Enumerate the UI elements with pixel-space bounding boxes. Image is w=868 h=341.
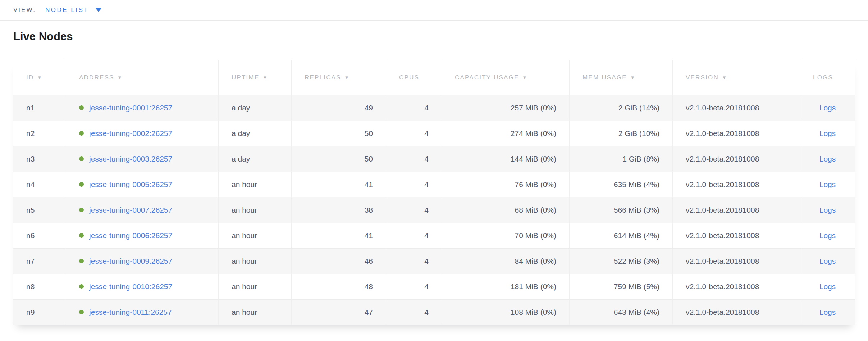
node-capacity-usage-cell: 274 MiB (0%) (442, 121, 570, 146)
node-live-status-icon (79, 284, 84, 289)
node-version-cell: v2.1.0-beta.20181008 (673, 249, 800, 274)
column-header-version[interactable]: VERSION▼ (673, 60, 800, 95)
node-cpus-cell: 4 (386, 121, 442, 146)
node-address-link[interactable]: jesse-tuning-0003:26257 (89, 155, 172, 163)
node-capacity-usage-cell: 76 MiB (0%) (442, 172, 570, 197)
node-logs-cell: Logs (800, 172, 855, 197)
node-cpus-cell: 4 (386, 172, 442, 197)
node-logs-link[interactable]: Logs (819, 206, 836, 214)
chevron-down-icon (95, 8, 102, 12)
node-address-link[interactable]: jesse-tuning-0006:26257 (89, 231, 172, 240)
node-logs-link[interactable]: Logs (819, 257, 836, 265)
node-logs-link[interactable]: Logs (819, 180, 836, 188)
table-row: n9 jesse-tuning-0011:26257 an hour 47 4 … (13, 300, 855, 325)
node-mem-usage-cell: 522 MiB (3%) (570, 249, 673, 274)
node-logs-link[interactable]: Logs (819, 129, 836, 137)
node-replicas-cell: 47 (292, 300, 386, 325)
table-row: n4 jesse-tuning-0005:26257 an hour 41 4 … (13, 172, 855, 197)
sort-desc-icon: ▼ (344, 75, 350, 80)
node-uptime-cell: an hour (219, 197, 292, 223)
node-replicas-cell: 49 (292, 95, 386, 121)
node-address-cell: jesse-tuning-0003:26257 (66, 146, 219, 172)
node-id-cell: n5 (13, 197, 66, 223)
node-address-link[interactable]: jesse-tuning-0001:26257 (89, 104, 172, 112)
node-logs-cell: Logs (800, 274, 855, 300)
node-capacity-usage-cell: 108 MiB (0%) (442, 300, 570, 325)
view-bar: VIEW: NODE LIST (0, 0, 868, 21)
node-id-cell: n4 (13, 172, 66, 197)
node-live-status-icon (79, 131, 84, 136)
node-version-cell: v2.1.0-beta.20181008 (673, 300, 800, 325)
column-header-capacity-usage[interactable]: CAPACITY USAGE▼ (442, 60, 570, 95)
node-logs-link[interactable]: Logs (819, 104, 836, 112)
node-version-cell: v2.1.0-beta.20181008 (673, 274, 800, 300)
node-address-cell: jesse-tuning-0006:26257 (66, 223, 219, 249)
node-logs-link[interactable]: Logs (819, 282, 836, 291)
column-header-mem-usage[interactable]: MEM USAGE▼ (570, 60, 673, 95)
node-cpus-cell: 4 (386, 95, 442, 121)
node-address-cell: jesse-tuning-0001:26257 (66, 95, 219, 121)
node-replicas-cell: 50 (292, 121, 386, 146)
node-capacity-usage-cell: 144 MiB (0%) (442, 146, 570, 172)
node-logs-link[interactable]: Logs (819, 231, 836, 240)
node-address-link[interactable]: jesse-tuning-0011:26257 (89, 308, 172, 316)
node-logs-cell: Logs (800, 249, 855, 274)
node-cpus-cell: 4 (386, 249, 442, 274)
node-version-cell: v2.1.0-beta.20181008 (673, 223, 800, 249)
column-header-id[interactable]: ID▼ (13, 60, 66, 95)
node-replicas-cell: 41 (292, 172, 386, 197)
sort-desc-icon: ▼ (722, 75, 727, 80)
node-address-cell: jesse-tuning-0005:26257 (66, 172, 219, 197)
node-uptime-cell: a day (219, 95, 292, 121)
node-mem-usage-cell: 1 GiB (8%) (570, 146, 673, 172)
column-header-address[interactable]: ADDRESS▼ (66, 60, 219, 95)
table-row: n1 jesse-tuning-0001:26257 a day 49 4 25… (13, 95, 855, 121)
node-logs-link[interactable]: Logs (819, 155, 836, 163)
page-title: Live Nodes (13, 30, 868, 43)
column-header-replicas[interactable]: REPLICAS▼ (292, 60, 386, 95)
node-id-cell: n9 (13, 300, 66, 325)
node-address-cell: jesse-tuning-0007:26257 (66, 197, 219, 223)
view-selector-value: NODE LIST (45, 6, 89, 14)
node-capacity-usage-cell: 70 MiB (0%) (442, 223, 570, 249)
node-id-cell: n1 (13, 95, 66, 121)
node-id-cell: n3 (13, 146, 66, 172)
sort-desc-icon: ▼ (262, 75, 268, 80)
column-header-uptime[interactable]: UPTIME▼ (219, 60, 292, 95)
node-live-status-icon (79, 105, 84, 110)
node-capacity-usage-cell: 68 MiB (0%) (442, 197, 570, 223)
node-mem-usage-cell: 643 MiB (4%) (570, 300, 673, 325)
node-id-cell: n6 (13, 223, 66, 249)
node-capacity-usage-cell: 181 MiB (0%) (442, 274, 570, 300)
table-row: n3 jesse-tuning-0003:26257 a day 50 4 14… (13, 146, 855, 172)
node-uptime-cell: an hour (219, 300, 292, 325)
view-selector-dropdown[interactable]: NODE LIST (45, 6, 102, 14)
table-row: n5 jesse-tuning-0007:26257 an hour 38 4 … (13, 197, 855, 223)
node-id-cell: n8 (13, 274, 66, 300)
node-capacity-usage-cell: 257 MiB (0%) (442, 95, 570, 121)
node-version-cell: v2.1.0-beta.20181008 (673, 146, 800, 172)
view-label: VIEW: (13, 6, 36, 14)
node-address-link[interactable]: jesse-tuning-0005:26257 (89, 180, 172, 188)
node-address-link[interactable]: jesse-tuning-0010:26257 (89, 282, 172, 291)
node-address-link[interactable]: jesse-tuning-0002:26257 (89, 129, 172, 137)
node-logs-cell: Logs (800, 300, 855, 325)
node-mem-usage-cell: 2 GiB (14%) (570, 95, 673, 121)
node-address-cell: jesse-tuning-0002:26257 (66, 121, 219, 146)
node-logs-link[interactable]: Logs (819, 308, 836, 316)
node-uptime-cell: an hour (219, 223, 292, 249)
table-row: n6 jesse-tuning-0006:26257 an hour 41 4 … (13, 223, 855, 249)
node-address-link[interactable]: jesse-tuning-0007:26257 (89, 206, 172, 214)
node-mem-usage-cell: 635 MiB (4%) (570, 172, 673, 197)
node-cpus-cell: 4 (386, 223, 442, 249)
node-mem-usage-cell: 759 MiB (5%) (570, 274, 673, 300)
live-nodes-table: ID▼ ADDRESS▼ UPTIME▼ REPLICAS▼ CPUS CAPA… (13, 60, 855, 325)
node-address-link[interactable]: jesse-tuning-0009:26257 (89, 257, 172, 265)
node-logs-cell: Logs (800, 197, 855, 223)
node-version-cell: v2.1.0-beta.20181008 (673, 172, 800, 197)
node-id-cell: n7 (13, 249, 66, 274)
node-uptime-cell: an hour (219, 249, 292, 274)
node-id-cell: n2 (13, 121, 66, 146)
node-version-cell: v2.1.0-beta.20181008 (673, 197, 800, 223)
node-mem-usage-cell: 2 GiB (10%) (570, 121, 673, 146)
